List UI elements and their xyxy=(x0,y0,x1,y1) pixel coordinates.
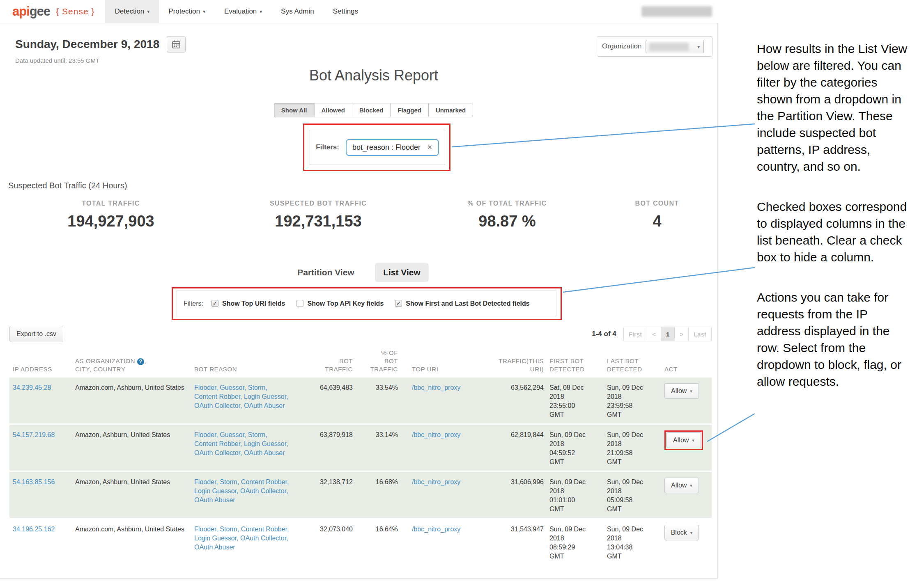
organization-label: Organization xyxy=(602,42,641,50)
pagination-next[interactable]: > xyxy=(674,327,689,341)
data-updated-text: Data updated until: 23:55 GMT xyxy=(15,57,186,64)
bot-reason-links[interactable]: Flooder, Guessor, Storm, Content Robber,… xyxy=(194,384,288,409)
top-uri-cell: /bbc_nitro_proxy xyxy=(404,430,490,467)
apigee-logo: apigee xyxy=(12,4,50,19)
app-window: apigee { Sense } Detection▾Protection▾Ev… xyxy=(0,0,718,579)
checkbox-show-top-api-key[interactable]: Show Top API Key fields xyxy=(296,300,384,307)
checkbox-show-top-uri[interactable]: ✓ Show Top URI fields xyxy=(211,300,285,307)
action-label: Allow xyxy=(671,482,687,489)
nav-item-protection[interactable]: Protection▾ xyxy=(159,0,215,23)
top-uri-cell: /bbc_nitro_proxy xyxy=(404,525,490,561)
organization-box: Organization ▾ xyxy=(597,36,712,57)
last-bot-detected-cell: Sun, 09 Dec 2018 05:09:58 GMT xyxy=(607,478,664,514)
tab-flagged[interactable]: Flagged xyxy=(390,103,429,117)
stat-total-traffic: TOTAL TRAFFIC 194,927,903 xyxy=(0,200,222,230)
pagination-range: 1-4 of 4 xyxy=(592,330,616,338)
traffic-this-uri-cell: 62,819,844 xyxy=(490,430,549,467)
calendar-button[interactable] xyxy=(167,36,186,53)
table-row: 54.163.85.156Amazon, Ashburn, United Sta… xyxy=(9,472,712,519)
action-label: Allow xyxy=(671,387,687,395)
action-cell: Block▾ xyxy=(664,525,708,561)
filter-chip-bot-reason[interactable]: bot_reason : Flooder ✕ xyxy=(346,139,439,156)
logo-gee: gee xyxy=(30,4,50,19)
top-uri-link[interactable]: /bbc_nitro_proxy xyxy=(412,478,460,485)
checkbox-icon[interactable]: ✓ xyxy=(211,300,218,307)
bot-traffic-cell: 32,138,712 xyxy=(295,478,358,514)
ip-address-link[interactable]: 54.157.219.68 xyxy=(13,431,55,438)
column-header: TOP URI xyxy=(404,365,490,373)
top-uri-link[interactable]: /bbc_nitro_proxy xyxy=(412,526,460,533)
logo-api: api xyxy=(12,4,30,19)
tab-allowed[interactable]: Allowed xyxy=(314,103,353,117)
action-cell: Allow▾ xyxy=(664,430,708,467)
column-header: BOT TRAFFIC xyxy=(295,357,358,373)
ip-address-cell: 54.163.85.156 xyxy=(9,478,75,514)
action-dropdown[interactable]: Allow▾ xyxy=(664,478,699,493)
ip-address-link[interactable]: 34.196.25.162 xyxy=(13,526,55,533)
bot-traffic-cell: 63,879,918 xyxy=(295,430,358,467)
checkbox-icon[interactable] xyxy=(296,300,303,307)
remove-filter-icon[interactable]: ✕ xyxy=(427,144,432,151)
action-dropdown[interactable]: Block▾ xyxy=(664,525,699,540)
column-header: AS ORGANIZATION?,CITY, COUNTRY xyxy=(75,357,194,373)
view-toggle: Partition View List View xyxy=(0,263,726,282)
stat-value: 194,927,903 xyxy=(0,213,222,230)
top-uri-link[interactable]: /bbc_nitro_proxy xyxy=(412,431,460,438)
nav-item-evaluation[interactable]: Evaluation▾ xyxy=(215,0,271,23)
chevron-down-icon: ▾ xyxy=(203,9,205,14)
stat-label: BOT COUNT xyxy=(600,200,715,207)
tab-unmarked[interactable]: Unmarked xyxy=(428,103,473,117)
chevron-down-icon: ▾ xyxy=(147,9,149,14)
tab-blocked[interactable]: Blocked xyxy=(352,103,391,117)
checkbox-label: Show Top URI fields xyxy=(222,300,285,307)
bot-reason-links[interactable]: Flooder, Storm, Content Robber, Login Gu… xyxy=(194,478,289,503)
table-row: 54.157.219.68Amazon, Ashburn, United Sta… xyxy=(9,425,712,472)
pagination-first[interactable]: First xyxy=(623,327,648,341)
ip-address-cell: 54.157.219.68 xyxy=(9,430,75,467)
pagination-page-1[interactable]: 1 xyxy=(661,327,675,341)
status-tabs: Show AllAllowedBlockedFlaggedUnmarked xyxy=(0,103,747,117)
calendar-icon xyxy=(172,40,181,49)
nav-item-detection[interactable]: Detection▾ xyxy=(105,0,159,23)
action-dropdown[interactable]: Allow▾ xyxy=(666,432,701,448)
traffic-this-uri-cell: 63,562,294 xyxy=(490,383,549,419)
last-bot-detected-cell: Sun, 09 Dec 2018 23:59:58 GMT xyxy=(607,383,664,419)
help-icon[interactable]: ? xyxy=(137,358,144,365)
top-uri-cell: /bbc_nitro_proxy xyxy=(404,383,490,419)
list-filters-panel: Filters: ✓ Show Top URI fields Show Top … xyxy=(177,291,556,316)
tab-partition-view[interactable]: Partition View xyxy=(297,268,354,277)
bot-reason-links[interactable]: Flooder, Guessor, Storm, Content Robber,… xyxy=(194,431,288,456)
bot-reason-links[interactable]: Flooder, Storm, Content Robber, Login Gu… xyxy=(194,526,289,551)
top-uri-link[interactable]: /bbc_nitro_proxy xyxy=(412,384,460,391)
nav-item-sys-admin[interactable]: Sys Admin xyxy=(271,0,323,23)
action-dropdown[interactable]: Allow▾ xyxy=(664,383,699,399)
as-organization-cell: Amazon, Ashburn, United States xyxy=(75,478,194,514)
stat-bot-count: BOT COUNT 4 xyxy=(600,200,715,230)
stat-pct-total-traffic: % OF TOTAL TRAFFIC 98.87 % xyxy=(415,200,600,230)
ip-address-link[interactable]: 34.239.45.28 xyxy=(13,384,51,391)
top-navbar: apigee { Sense } Detection▾Protection▾Ev… xyxy=(0,0,718,23)
ip-address-link[interactable]: 54.163.85.156 xyxy=(13,478,55,485)
tab-list-view[interactable]: List View xyxy=(375,263,429,282)
account-name-redacted[interactable] xyxy=(641,6,712,17)
chevron-down-icon: ▾ xyxy=(690,389,692,394)
organization-select[interactable]: ▾ xyxy=(646,40,704,53)
nav-item-settings[interactable]: Settings xyxy=(324,0,368,23)
column-header: BOT REASON xyxy=(194,365,295,373)
checkbox-label: Show Top API Key fields xyxy=(307,300,384,307)
pagination-prev[interactable]: < xyxy=(647,327,661,341)
pct-bot-traffic-cell: 33.14% xyxy=(358,430,404,467)
checkbox-show-first-last-detected[interactable]: ✓ Show First and Last Bot Detected field… xyxy=(395,300,529,307)
checkbox-icon[interactable]: ✓ xyxy=(395,300,402,307)
export-csv-button[interactable]: Export to .csv xyxy=(9,326,63,342)
column-header: LAST BOT DETECTED xyxy=(607,357,664,373)
bot-reason-cell: Flooder, Storm, Content Robber, Login Gu… xyxy=(194,525,295,561)
nav-item-label: Detection xyxy=(115,7,144,16)
chevron-down-icon: ▾ xyxy=(260,9,262,14)
stats-row: TOTAL TRAFFIC 194,927,903 SUSPECTED BOT … xyxy=(0,200,715,230)
tab-show-all[interactable]: Show All xyxy=(274,103,315,117)
as-organization-cell: Amazon.com, Ashburn, United States xyxy=(75,383,194,419)
pagination-last[interactable]: Last xyxy=(688,327,712,341)
filters-label: Filters: xyxy=(184,300,203,307)
pct-bot-traffic-cell: 16.68% xyxy=(358,478,404,514)
